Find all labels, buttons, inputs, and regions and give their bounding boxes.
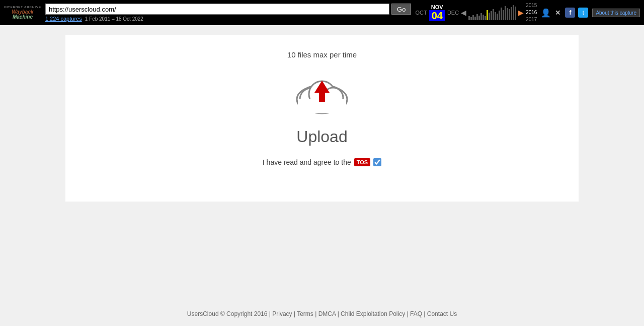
- tos-row: I have read and agree to the TOS: [263, 158, 381, 166]
- bar: [503, 10, 504, 20]
- next-month[interactable]: DEC: [447, 10, 459, 16]
- bar: [513, 5, 514, 20]
- histogram: [468, 5, 516, 20]
- tos-badge[interactable]: TOS: [354, 158, 370, 166]
- page-footer: UsersCloud © Copyright 2016 | Privacy | …: [179, 302, 465, 325]
- prev-month[interactable]: OCT: [415, 10, 427, 16]
- bar: [495, 12, 496, 20]
- bar: [511, 7, 512, 20]
- bar: [480, 13, 482, 20]
- bar: [478, 16, 480, 20]
- tos-checkbox[interactable]: [373, 158, 381, 166]
- bar: [515, 7, 516, 20]
- bar: [499, 11, 500, 20]
- upload-icon-area[interactable]: [292, 69, 352, 119]
- next-arrow-icon[interactable]: ▶: [518, 9, 524, 17]
- bar-active: [487, 10, 488, 20]
- footer-contact-link[interactable]: Contact Us: [427, 310, 457, 317]
- captures-link[interactable]: 1,224 captures: [45, 16, 82, 22]
- bar: [497, 14, 498, 20]
- footer-faq-link[interactable]: FAQ: [410, 310, 422, 317]
- go-button[interactable]: Go: [391, 4, 411, 15]
- bar: [505, 6, 506, 20]
- main-wrapper: 10 files max per time Upload I have read…: [0, 25, 644, 325]
- url-area: Go 1,224 captures 1 Feb 2011 – 18 Oct 20…: [45, 4, 412, 22]
- bar: [472, 15, 474, 20]
- twitter-icon[interactable]: t: [578, 8, 588, 18]
- bar: [485, 16, 486, 20]
- wayback-toolbar: INTERNET ARCHIVE Wayback Machine Go 1,22…: [0, 0, 644, 25]
- toolbar-right-controls: 👤 ✕ f t About this capture: [541, 8, 640, 18]
- bar: [509, 9, 510, 20]
- brand-machine: Machine: [13, 15, 33, 20]
- url-row: Go: [45, 4, 412, 15]
- bar: [470, 17, 472, 20]
- files-max-text: 10 files max per time: [287, 50, 357, 59]
- bar: [493, 9, 494, 20]
- bar: [468, 16, 470, 20]
- captures-row: 1,224 captures 1 Feb 2011 – 18 Oct 2022: [45, 16, 412, 22]
- next-year: 2017: [526, 16, 537, 23]
- upload-cloud-icon[interactable]: [292, 72, 352, 117]
- user-icon[interactable]: 👤: [541, 8, 551, 18]
- footer-child-link[interactable]: Child Exploitation Policy: [341, 310, 405, 317]
- tos-text: I have read and agree to the: [263, 158, 351, 166]
- calendar-section: OCT NOV 04 DEC ◀: [415, 2, 537, 23]
- url-input[interactable]: [45, 4, 389, 15]
- bar: [482, 15, 484, 20]
- bar: [491, 11, 492, 20]
- current-month: NOV: [431, 4, 443, 10]
- prev-year: 2015: [526, 2, 537, 9]
- bar: [501, 8, 502, 20]
- about-capture-button[interactable]: About this capture: [592, 9, 640, 17]
- ia-logo: INTERNET ARCHIVE Wayback Machine: [4, 6, 41, 19]
- social-icons: f t: [565, 8, 588, 18]
- close-icon[interactable]: ✕: [555, 9, 561, 17]
- footer-privacy-link[interactable]: Privacy: [272, 310, 292, 317]
- bar: [489, 13, 490, 20]
- wayback-top-bar: INTERNET ARCHIVE Wayback Machine Go 1,22…: [0, 0, 644, 25]
- captures-date: 1 Feb 2011 – 18 Oct 2022: [85, 16, 143, 22]
- facebook-icon[interactable]: f: [565, 8, 575, 18]
- wayback-brand: Wayback Machine: [12, 10, 33, 20]
- footer-terms-link[interactable]: Terms: [297, 310, 313, 317]
- bar: [507, 8, 508, 20]
- footer-dmca-link[interactable]: DMCA: [318, 310, 336, 317]
- upload-label: Upload: [296, 127, 347, 146]
- footer-copyright: UsersCloud © Copyright 2016: [187, 310, 268, 317]
- current-year: 2016: [526, 9, 537, 16]
- bar: [476, 14, 478, 20]
- current-day: 04: [429, 10, 445, 21]
- content-box: 10 files max per time Upload I have read…: [65, 35, 579, 202]
- bar: [474, 17, 476, 20]
- prev-arrow-icon[interactable]: ◀: [461, 9, 466, 17]
